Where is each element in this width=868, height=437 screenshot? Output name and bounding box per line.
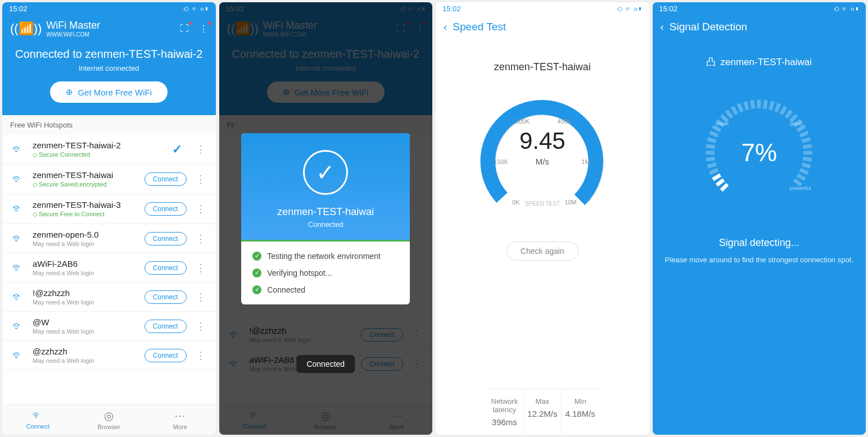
magnify-icon: ⊕ bbox=[66, 87, 73, 97]
more-icon: ⋯ bbox=[144, 409, 216, 422]
connection-modal: ✓ zenmen-TEST-haiwai Connected ✓Testing … bbox=[241, 133, 410, 304]
connect-button[interactable]: Connect bbox=[144, 172, 187, 186]
item-menu-icon[interactable]: ⋮ bbox=[193, 173, 208, 185]
svg-line-40 bbox=[798, 175, 805, 180]
scan-icon[interactable]: ⛶ bbox=[180, 24, 189, 34]
svg-line-14 bbox=[708, 139, 716, 142]
wifi-item[interactable]: ᯤ @W May need a Web login Connect ⋮ bbox=[2, 312, 216, 341]
step-row: ✓Verifying hotspot... bbox=[252, 268, 399, 277]
wifi-signal-icon: ᯤ bbox=[10, 202, 26, 216]
svg-text:300K: 300K bbox=[516, 118, 530, 125]
wifi-item[interactable]: ᯤ zenmen-open-5.0 May need a Web login C… bbox=[2, 224, 216, 253]
wifi-signal-icon: ᯤ bbox=[10, 290, 26, 304]
svg-text:powerful: powerful bbox=[790, 185, 811, 191]
nav-connect[interactable]: ᯤConnect bbox=[2, 404, 74, 435]
svg-text:good: good bbox=[790, 120, 802, 126]
get-more-wifi-button[interactable]: ⊕ Get More Free WiFi bbox=[50, 81, 168, 103]
svg-line-11 bbox=[706, 158, 715, 160]
svg-line-13 bbox=[706, 146, 715, 147]
svg-line-29 bbox=[786, 111, 791, 117]
modal-ssid: zenmen-TEST-haiwai bbox=[241, 206, 410, 218]
svg-line-32 bbox=[798, 126, 805, 131]
wifi-item[interactable]: ᯤ aWiFi-2AB6 May need a Web login Connec… bbox=[2, 253, 216, 283]
svg-line-39 bbox=[800, 170, 808, 173]
connect-button[interactable]: Connect bbox=[144, 320, 187, 333]
svg-line-22 bbox=[745, 102, 748, 110]
wifi-icon: ᯤ bbox=[2, 409, 74, 422]
stat-cell: Min4.18M/s bbox=[562, 389, 599, 435]
wifi-signal-icon: ᯤ bbox=[10, 231, 26, 246]
speed-ssid: zenmen-TEST-haiwai bbox=[494, 61, 591, 73]
svg-line-35 bbox=[803, 146, 812, 147]
app-title: WiFi Master bbox=[46, 20, 100, 31]
wifi-signal-icon: ᯤ bbox=[10, 172, 26, 186]
screen-connecting: 15:02 ⟲ ᯤ ▢ ▮ ((📶)) WiFi Master WWW.WiFi… bbox=[219, 2, 433, 435]
page-header: ‹ Speed Test bbox=[436, 15, 649, 39]
signal-gauge: weakgoodpowerful 7% bbox=[697, 91, 821, 215]
item-menu-icon[interactable]: ⋮ bbox=[193, 291, 208, 303]
svg-text:weak: weak bbox=[715, 120, 729, 126]
item-menu-icon[interactable]: ⋮ bbox=[193, 262, 208, 274]
bottom-nav: ᯤConnect ◎Browser ⋯More bbox=[2, 404, 216, 435]
wifi-item[interactable]: ᯤ @zzhzzh May need a Web login Connect ⋮ bbox=[2, 341, 216, 370]
banner-subtitle: Internet connected bbox=[10, 64, 208, 72]
svg-line-16 bbox=[713, 126, 720, 131]
svg-line-33 bbox=[800, 133, 808, 136]
svg-line-15 bbox=[710, 133, 718, 136]
wifi-name: zenmen-TEST-haiwai bbox=[33, 170, 138, 180]
svg-line-21 bbox=[739, 104, 742, 112]
wifi-name: zenmen-TEST-haiwai-2 bbox=[33, 140, 161, 150]
wifi-meta: May need a Web login bbox=[33, 299, 138, 306]
connect-button[interactable]: Connect bbox=[144, 261, 187, 275]
toast: Connected bbox=[296, 355, 355, 373]
back-icon[interactable]: ‹ bbox=[661, 21, 664, 33]
app-header: ((📶)) WiFi Master WWW.WiFi.COM ⛶ ⋮ bbox=[2, 15, 216, 38]
wifi-list[interactable]: ᯤ zenmen-TEST-haiwai-2 ◇ Secure Connecte… bbox=[2, 135, 216, 404]
svg-line-26 bbox=[771, 102, 773, 110]
svg-line-37 bbox=[803, 158, 812, 160]
more-menu-icon[interactable]: ⋮ bbox=[199, 24, 208, 34]
app-url: WWW.WiFi.COM bbox=[46, 31, 100, 38]
svg-text:450K: 450K bbox=[557, 118, 572, 125]
page-header: ‹ Signal Detection bbox=[653, 15, 866, 39]
wifi-item[interactable]: ᯤ !@zzhzzh May need a Web login Connect … bbox=[2, 283, 216, 312]
item-menu-icon[interactable]: ⋮ bbox=[193, 320, 208, 333]
nav-browser[interactable]: ◎Browser bbox=[74, 404, 145, 435]
wifi-signal-icon: ᯤ bbox=[10, 319, 26, 334]
status-icons: ⟲ ᯤ ▢ ▮ bbox=[183, 5, 209, 13]
svg-text:10M: 10M bbox=[564, 199, 576, 206]
item-menu-icon[interactable]: ⋮ bbox=[193, 349, 208, 362]
svg-line-6 bbox=[721, 184, 727, 190]
wifi-item[interactable]: ᯤ zenmen-TEST-haiwai-2 ◇ Secure Connecte… bbox=[2, 135, 216, 165]
nav-more[interactable]: ⋯More bbox=[144, 404, 216, 435]
wifi-name: @zzhzzh bbox=[33, 347, 138, 356]
connected-check-icon: ✓ bbox=[168, 142, 187, 157]
item-menu-icon[interactable]: ⋮ bbox=[193, 233, 208, 245]
screen-signal-detection: 15:02 ⟲ ᯤ ▢ ▮ ‹ Signal Detection 凸 zenme… bbox=[653, 2, 866, 435]
status-bar: 15:02 ⟲ ᯤ ▢ ▮ bbox=[2, 2, 216, 15]
wifi-meta: May need a Web login bbox=[33, 357, 138, 364]
wifi-signal-icon: ᯤ bbox=[10, 261, 26, 275]
back-icon[interactable]: ‹ bbox=[444, 21, 447, 33]
connect-button[interactable]: Connect bbox=[144, 202, 187, 216]
wifi-item[interactable]: ᯤ zenmen-TEST-haiwai-3 ◇ Secure Free to … bbox=[2, 194, 216, 224]
status-bar: 15:02 ⟲ ᯤ ▢ ▮ bbox=[436, 2, 649, 15]
stats-row: Network latency396msMax12.2M/sMin4.18M/s bbox=[486, 389, 599, 435]
status-time: 15:02 bbox=[9, 4, 28, 13]
speed-gauge: 0K 150K 300K 450K 1M 10M 9.45 M/s SPEED … bbox=[475, 90, 610, 225]
page-title: Speed Test bbox=[453, 21, 506, 33]
connect-button[interactable]: Connect bbox=[144, 232, 187, 245]
speed-unit: M/s bbox=[519, 156, 566, 166]
check-again-button[interactable]: Check again bbox=[507, 242, 578, 261]
step-row: ✓Testing the network environment bbox=[252, 252, 399, 261]
connect-button[interactable]: Connect bbox=[144, 349, 187, 362]
item-menu-icon[interactable]: ⋮ bbox=[193, 203, 208, 215]
check-circle-icon: ✓ bbox=[303, 150, 348, 195]
status-bar: 15:02 ⟲ ᯤ ▢ ▮ bbox=[653, 2, 866, 15]
item-menu-icon[interactable]: ⋮ bbox=[193, 143, 208, 156]
wifi-meta: May need a Web login bbox=[33, 270, 138, 276]
connect-button[interactable]: Connect bbox=[144, 290, 187, 304]
banner-title: Connected to zenmen-TEST-haiwai-2 bbox=[10, 48, 208, 61]
wifi-name: !@zzhzzh bbox=[33, 288, 138, 298]
wifi-item[interactable]: ᯤ zenmen-TEST-haiwai ◇ Secure Saved,encr… bbox=[2, 165, 216, 194]
